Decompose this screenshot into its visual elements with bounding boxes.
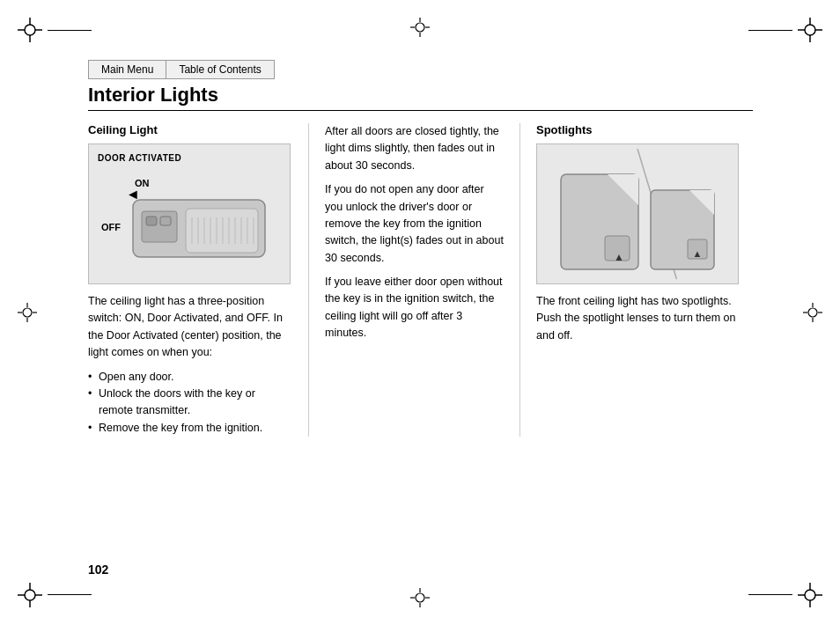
svg-rect-42 [146, 217, 157, 225]
spotlights-diagram: ▲ ▲ [536, 143, 739, 284]
page-number: 102 [88, 562, 108, 577]
corner-mark-bl [18, 583, 42, 607]
middle-text-1: After all doors are closed tightly, the … [325, 123, 504, 174]
spotlight-left-svg: ▲ [559, 173, 640, 274]
bullet-item-2: Unlock the doors with the key or remote … [88, 386, 292, 420]
nav-bar: Main Menu Table of Contents [88, 60, 275, 79]
spotlight-right-svg: ▲ [649, 188, 716, 271]
content-area: Ceiling Light DOOR ACTIVATED ON OFF ◄ [88, 123, 753, 437]
svg-text:▲: ▲ [693, 248, 703, 259]
main-menu-button[interactable]: Main Menu [88, 60, 166, 79]
svg-point-30 [23, 308, 32, 317]
bullet-item-3: Remove the key from the ignition. [88, 420, 292, 437]
off-label: OFF [101, 222, 121, 232]
corner-mark-tr [798, 18, 822, 42]
middle-text-2: If you do not open any door after you un… [325, 181, 504, 267]
ceiling-light-diagram: DOOR ACTIVATED ON OFF ◄ [88, 143, 291, 284]
col-middle: After all doors are closed tightly, the … [308, 123, 519, 437]
svg-point-5 [805, 25, 815, 35]
spotlight-left-unit: ▲ [559, 173, 640, 274]
svg-point-20 [416, 23, 424, 32]
page-title: Interior Lights [88, 84, 753, 111]
corner-mark-br [798, 583, 822, 607]
trim-line-tr [748, 30, 792, 31]
trim-line-tl [48, 30, 92, 31]
col-ceiling-light: Ceiling Light DOOR ACTIVATED ON OFF ◄ [88, 123, 308, 437]
bullet-list: Open any door. Unlock the doors with the… [88, 369, 292, 438]
center-mark-top [410, 18, 430, 37]
center-mark-right [803, 303, 822, 322]
col-spotlights: Spotlights ▲ [519, 123, 753, 437]
table-of-contents-button[interactable]: Table of Contents [166, 60, 274, 79]
svg-text:▲: ▲ [614, 251, 624, 263]
corner-mark-tl [18, 18, 42, 42]
door-activated-label: DOOR ACTIVATED [98, 153, 181, 163]
middle-text-3: If you leave either door open without th… [325, 274, 504, 342]
ceiling-light-body-text: The ceiling light has a three-position s… [88, 293, 292, 362]
svg-point-10 [25, 590, 35, 600]
svg-point-15 [805, 590, 815, 600]
bullet-item-1: Open any door. [88, 369, 292, 386]
svg-point-25 [416, 593, 424, 602]
ceiling-light-fixture-svg [129, 195, 269, 270]
center-mark-left [18, 303, 37, 322]
svg-point-35 [808, 308, 817, 317]
spotlights-heading: Spotlights [536, 123, 753, 136]
trim-line-bl [48, 594, 92, 595]
ceiling-light-heading: Ceiling Light [88, 123, 292, 136]
center-mark-bottom [410, 588, 430, 607]
svg-point-0 [25, 25, 35, 35]
spotlights-body-text: The front ceiling light has two spotligh… [536, 293, 753, 344]
svg-rect-41 [142, 211, 177, 242]
spotlight-right-unit: ▲ [649, 188, 716, 271]
trim-line-br [748, 594, 792, 595]
svg-rect-43 [160, 217, 171, 225]
